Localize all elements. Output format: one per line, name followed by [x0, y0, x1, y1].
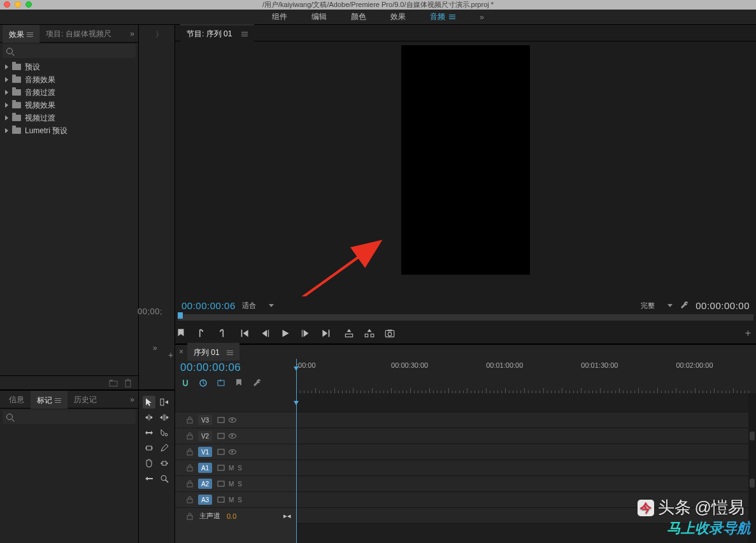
- source-add-button[interactable]: +: [168, 350, 173, 360]
- solo-button[interactable]: S: [238, 465, 242, 472]
- new-bin-icon[interactable]: [109, 379, 118, 387]
- tree-item-audio-transitions[interactable]: 音频过渡: [0, 86, 138, 99]
- track-header-v3[interactable]: V3: [175, 412, 296, 428]
- minimize-window-button[interactable]: [15, 1, 21, 8]
- workspace-color[interactable]: 颜色: [351, 11, 366, 22]
- timeline-playhead[interactable]: [296, 359, 297, 393]
- workspace-assembly[interactable]: 组件: [272, 11, 287, 22]
- go-to-out-button[interactable]: [320, 328, 332, 339]
- program-scrubber[interactable]: [175, 314, 756, 323]
- track-badge[interactable]: A2: [198, 479, 212, 489]
- lock-icon[interactable]: [187, 496, 193, 503]
- add-marker-button[interactable]: [175, 328, 187, 339]
- type-tool[interactable]: [143, 472, 155, 485]
- maximize-window-button[interactable]: [25, 1, 32, 8]
- lock-icon[interactable]: [187, 512, 193, 520]
- step-forward-button[interactable]: [300, 328, 311, 339]
- scrollbar-thumb[interactable]: [750, 431, 755, 440]
- track-header-v2[interactable]: V2: [175, 428, 296, 444]
- tab-sequence[interactable]: 序列 01: [187, 343, 239, 361]
- timeline-ruler[interactable]: :00:0000:00:30:0000:01:00:0000:01:30:000…: [296, 359, 748, 393]
- solo-button[interactable]: S: [238, 481, 242, 488]
- track-header-a1[interactable]: A1 MS: [175, 460, 296, 476]
- track-header-v1[interactable]: V1: [175, 444, 296, 460]
- program-timecode-in[interactable]: 00:00:00:06: [182, 300, 236, 311]
- workspace-audio[interactable]: 音频: [430, 11, 455, 22]
- program-viewport[interactable]: [175, 41, 756, 296]
- workspace-overflow-icon[interactable]: [480, 13, 484, 22]
- lift-button[interactable]: [343, 328, 355, 339]
- tab-info[interactable]: 信息: [3, 391, 31, 408]
- mark-in-button[interactable]: [196, 328, 207, 339]
- add-marker-timeline[interactable]: [216, 378, 226, 388]
- panel-menu-icon[interactable]: [241, 32, 248, 36]
- toggle-output-icon[interactable]: [217, 433, 225, 439]
- solo-button[interactable]: S: [238, 496, 242, 503]
- mark-out-button[interactable]: [216, 328, 227, 339]
- extract-button[interactable]: [364, 328, 375, 339]
- track-badge[interactable]: V3: [198, 415, 212, 425]
- tree-item-lumetri[interactable]: Lumetri 预设: [0, 124, 138, 137]
- pen-tool[interactable]: [158, 442, 171, 454]
- lock-icon[interactable]: [187, 416, 193, 424]
- slide-tool[interactable]: [158, 457, 171, 470]
- track-header-master[interactable]: 主声道 0.0 ▸◂: [175, 508, 296, 524]
- mute-button[interactable]: M: [229, 465, 234, 472]
- tab-effects[interactable]: 效果: [3, 25, 39, 43]
- source-tab-fragment[interactable]: 〉: [152, 27, 167, 42]
- go-to-in-button[interactable]: [239, 328, 250, 339]
- toggle-output-icon[interactable]: [217, 496, 225, 503]
- play-button[interactable]: [280, 328, 291, 339]
- track-header-a2[interactable]: A2 MS: [175, 476, 296, 492]
- linked-selection-toggle[interactable]: [198, 378, 208, 388]
- timeline-timecode[interactable]: 00:00:00:06: [180, 361, 291, 374]
- toggle-output-icon[interactable]: [217, 481, 225, 487]
- mute-button[interactable]: M: [229, 496, 234, 503]
- resolution-dropdown[interactable]: 完整: [641, 301, 673, 310]
- eye-icon[interactable]: [229, 417, 236, 423]
- panel-menu-icon[interactable]: [27, 33, 33, 37]
- zoom-dropdown[interactable]: 适合: [242, 301, 274, 310]
- track-header-a3[interactable]: A3 MS: [175, 492, 296, 508]
- step-back-button[interactable]: [259, 328, 271, 339]
- ripple-edit-tool[interactable]: [143, 411, 155, 424]
- tab-program[interactable]: 节目: 序列 01: [180, 24, 254, 42]
- close-window-button[interactable]: [4, 1, 10, 8]
- mute-button[interactable]: M: [229, 481, 234, 488]
- source-overflow-icon[interactable]: »: [153, 344, 157, 352]
- track-badge[interactable]: A1: [198, 463, 212, 473]
- snap-toggle[interactable]: [180, 378, 190, 388]
- eye-icon[interactable]: [229, 449, 236, 454]
- tree-item-presets[interactable]: 预设: [0, 61, 138, 73]
- lock-icon[interactable]: [187, 464, 193, 472]
- selection-tool[interactable]: [143, 396, 155, 409]
- lock-icon[interactable]: [187, 480, 193, 488]
- tree-item-video-transitions[interactable]: 视频过渡: [0, 112, 138, 124]
- timeline-marker-icon[interactable]: [234, 378, 244, 388]
- razor-tool[interactable]: [158, 426, 171, 439]
- master-value[interactable]: 0.0: [227, 512, 236, 520]
- toggle-output-icon[interactable]: [217, 449, 225, 455]
- scrubber-playhead[interactable]: [178, 312, 183, 319]
- timeline-settings-icon[interactable]: [252, 378, 262, 388]
- markers-search[interactable]: [3, 410, 136, 424]
- panel-menu-icon[interactable]: [227, 351, 233, 355]
- rate-stretch-tool[interactable]: [143, 426, 155, 439]
- tab-markers[interactable]: 标记: [31, 391, 68, 409]
- track-select-tool[interactable]: [158, 396, 171, 409]
- tree-item-audio-effects[interactable]: 音频效果: [0, 73, 138, 86]
- workspace-editing[interactable]: 编辑: [311, 11, 327, 22]
- hand-tool[interactable]: [143, 457, 155, 470]
- rolling-edit-tool[interactable]: [158, 411, 171, 424]
- lock-icon[interactable]: [187, 448, 193, 456]
- workspace-effects[interactable]: 效果: [390, 11, 406, 22]
- panel-menu-icon[interactable]: [55, 398, 61, 403]
- track-badge[interactable]: V1: [198, 447, 212, 457]
- toggle-output-icon[interactable]: [217, 417, 225, 423]
- wrench-icon[interactable]: [679, 300, 689, 310]
- effects-search-input[interactable]: [15, 47, 132, 55]
- tree-item-video-effects[interactable]: 视频效果: [0, 99, 138, 112]
- lock-icon[interactable]: [187, 432, 193, 440]
- tab-project[interactable]: 项目: 自媒体视频尺: [39, 25, 118, 42]
- track-badge[interactable]: A3: [198, 495, 212, 505]
